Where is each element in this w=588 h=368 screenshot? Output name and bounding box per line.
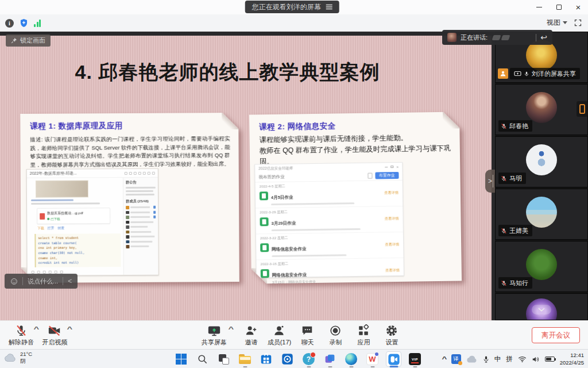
vip-app-button[interactable]: VIP — [407, 351, 423, 367]
video-tile-mazhixing[interactable]: 马知行 — [495, 241, 588, 292]
minimize-icon — [536, 7, 542, 7]
participant-name: 马知行 — [509, 279, 528, 288]
scroll-more-button[interactable] — [532, 305, 551, 315]
microsoft-store-button[interactable] — [258, 351, 274, 367]
video-tile-qiuchunyan[interactable]: 邱春艳 — [495, 84, 588, 135]
video-tile-partial[interactable] — [495, 293, 588, 320]
speaking-toast: 正在讲话: ↩ — [442, 30, 552, 45]
edge-browser-button[interactable] — [343, 351, 359, 367]
device-view-icon[interactable] — [577, 101, 588, 117]
leave-meeting-button[interactable]: 离开会议 — [532, 327, 580, 343]
speaker-avatar — [447, 33, 457, 42]
view-details-link: 查看详情 — [385, 216, 399, 221]
pin-view-label: 锁定画面 — [20, 36, 45, 45]
hw-window-title: 2022信息安全邱老师 — [258, 166, 293, 171]
meeting-info-icon[interactable]: i — [5, 19, 14, 28]
blurred-text-line — [272, 254, 346, 257]
reply-arrow-icon[interactable]: ↩ — [540, 33, 547, 41]
sidebar-collapse-handle[interactable]: > — [485, 170, 495, 193]
participant-name: 马明 — [509, 174, 522, 183]
members-button[interactable]: 成员(17) — [266, 324, 292, 347]
settings-button[interactable]: 设置 — [378, 324, 405, 347]
open-link: 打开 — [48, 226, 55, 231]
chat-bubble-icon — [301, 324, 314, 337]
restore-button[interactable] — [549, 0, 568, 14]
close-button[interactable]: × — [568, 0, 588, 14]
file-explorer-button[interactable] — [237, 351, 253, 367]
invite-button[interactable]: 邀请 — [238, 324, 264, 347]
course1-title: 课程 1: 数据库原理及应用 — [30, 120, 230, 132]
clock-time: 12:41 — [560, 352, 584, 359]
translate-tray-icon[interactable]: 译 — [451, 354, 461, 364]
participants-panel: 刘洋的屏幕共享 邱春艳 马明 王婧美 — [495, 32, 588, 320]
pushpin-icon — [11, 37, 17, 44]
weather-widget[interactable]: 21°C 阴 — [4, 351, 32, 365]
task-view-button[interactable] — [216, 351, 231, 367]
minimize-button[interactable] — [529, 0, 549, 14]
hw-item-title: 3月29日作业 — [272, 220, 296, 226]
taskbar-clock[interactable]: 12:41 2022/4/25 — [560, 352, 584, 366]
emoji-icon[interactable] — [10, 278, 18, 285]
speaker-names-blurred — [493, 35, 509, 40]
start-video-button[interactable]: 开启视频 — [41, 324, 68, 347]
collapse-chat-icon[interactable]: < — [68, 277, 72, 285]
avatar — [526, 144, 557, 175]
chat-button[interactable]: 聊天 — [294, 324, 320, 347]
camera-app-button[interactable] — [280, 351, 295, 367]
avatar — [526, 197, 557, 228]
chat-photo-message — [36, 180, 88, 197]
security-shield-icon[interactable] — [20, 18, 28, 28]
view-label: 视图 — [547, 18, 560, 28]
ime-pinyin-indicator[interactable]: 拼 — [506, 355, 513, 363]
tencent-meeting-button[interactable] — [386, 351, 401, 367]
network-signal-icon[interactable] — [34, 20, 41, 27]
record-button[interactable]: 录制 — [322, 324, 349, 347]
share-screen-button[interactable]: 共享屏幕 — [201, 324, 227, 347]
cloud-sync-icon[interactable] — [466, 355, 478, 363]
meeting-toolbar: 解除静音 ^ 开启视频 ^ 共享屏幕 ^ — [0, 320, 588, 349]
fullscreen-icon[interactable] — [574, 18, 582, 27]
downloaded-check-icon — [47, 218, 49, 220]
search-icon — [197, 354, 208, 365]
meeting-app-window: 您正在观看刘洋的屏幕 × i 视图 正在讲话: ↩ — [0, 0, 588, 368]
hw-list-item: 4月5日作业 查看详情 — [256, 188, 403, 209]
homework-doc-icon — [261, 269, 269, 278]
group-announcement-title: 群公告 — [126, 180, 156, 185]
mic-options-chevron[interactable]: ^ — [33, 325, 39, 332]
wps-office-button[interactable]: W — [365, 351, 380, 367]
tray-mic-icon[interactable] — [483, 355, 489, 363]
homework-doc-icon — [260, 217, 268, 226]
pin-view-button[interactable]: 锁定画面 — [6, 34, 51, 47]
chevron-right-icon: > — [488, 177, 492, 185]
blurred-text-line — [31, 202, 100, 205]
view-details-link: 查看详情 — [385, 242, 399, 247]
tray-expand-chevron[interactable]: ^ — [442, 356, 447, 362]
search-button[interactable] — [195, 351, 210, 367]
battery-icon[interactable] — [545, 356, 555, 362]
video-tile-wangjingmei[interactable]: 王婧美 — [495, 189, 588, 240]
docs-app-button[interactable] — [322, 351, 338, 367]
document-icon — [368, 173, 372, 179]
view-menu[interactable]: 视图 — [547, 18, 567, 28]
share-options-chevron[interactable]: ^ — [228, 325, 234, 332]
folded-corner — [443, 112, 459, 128]
forward-link: 转发 — [57, 226, 64, 231]
help-app-button[interactable]: ? — [301, 351, 316, 367]
weather-condition: 阴 — [20, 358, 32, 365]
unmute-button[interactable]: 解除静音 — [8, 324, 34, 347]
start-button[interactable] — [173, 351, 189, 367]
window-controls: × — [529, 0, 588, 14]
menu-icon[interactable] — [326, 6, 332, 7]
course2-title: 课程 2: 网络信息安全 — [259, 120, 451, 133]
video-tile-maming[interactable]: 马明 — [495, 136, 588, 187]
quick-chat-input[interactable]: 说点什么... < — [5, 274, 78, 289]
apps-button[interactable]: 应用 — [350, 324, 377, 347]
blurred-text-line — [126, 187, 156, 189]
watching-screen-banner[interactable]: 您正在观看刘洋的屏幕 — [245, 1, 339, 13]
ime-language-indicator[interactable]: 中 — [494, 355, 501, 363]
video-options-chevron[interactable]: ^ — [67, 325, 73, 332]
camera-off-icon — [48, 324, 61, 337]
speaker-icon[interactable] — [532, 356, 540, 363]
wifi-icon[interactable] — [518, 355, 527, 363]
blurred-text-line — [271, 202, 354, 206]
